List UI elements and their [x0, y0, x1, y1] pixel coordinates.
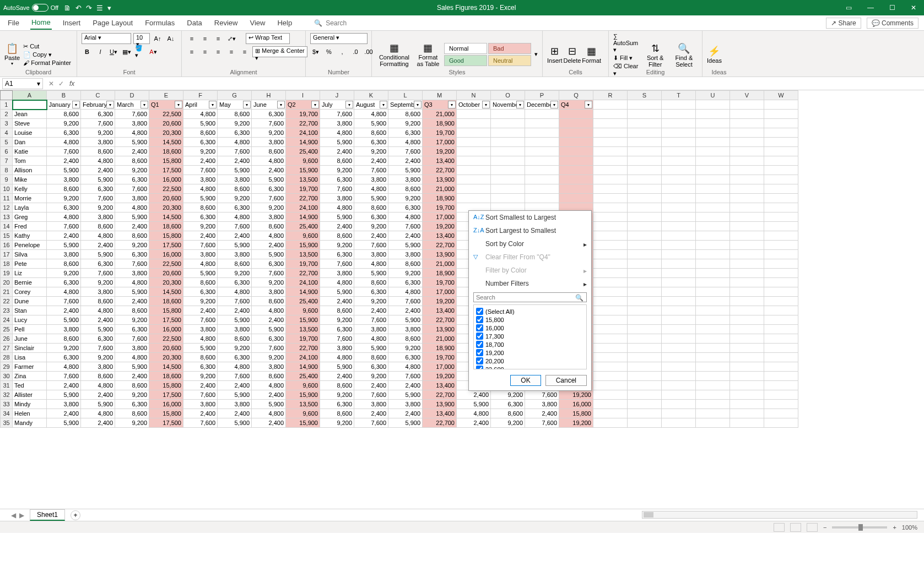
data-cell[interactable]: 7,600	[183, 390, 218, 400]
filter-button[interactable]: ▾	[311, 101, 319, 108]
data-cell[interactable]: 7,600	[354, 390, 388, 400]
cell[interactable]	[662, 409, 696, 418]
data-cell[interactable]: 8,600	[47, 184, 81, 194]
cell[interactable]	[764, 400, 798, 409]
cell[interactable]	[730, 372, 764, 381]
data-cell[interactable]: 16,000	[559, 400, 593, 409]
sort-filter-button[interactable]: ⇅ Sort & Filter	[643, 42, 667, 68]
sort-ascending[interactable]: A↓Z Sort Smallest to Largest	[469, 211, 591, 224]
zoom-slider[interactable]	[832, 526, 887, 529]
data-cell[interactable]: 15,800	[149, 381, 183, 390]
data-cell[interactable]: 8,600	[252, 147, 286, 156]
font-name-select[interactable]: Arial ▾	[82, 33, 131, 44]
data-cell[interactable]: 9,200	[115, 241, 149, 250]
data-cell[interactable]: 4,800	[81, 306, 115, 315]
data-cell[interactable]: 3,800	[388, 175, 423, 184]
cell[interactable]	[764, 418, 798, 428]
data-cell[interactable]: 6,300	[81, 334, 115, 344]
cell[interactable]	[662, 418, 696, 428]
cell[interactable]	[662, 213, 696, 222]
data-cell[interactable]	[457, 184, 491, 194]
data-cell[interactable]: 4,800	[354, 334, 388, 344]
data-cell[interactable]: 19,200	[423, 147, 457, 156]
cell[interactable]	[628, 128, 662, 138]
row-header-2[interactable]: 2	[1, 110, 13, 119]
data-cell[interactable]: 5,900	[388, 315, 423, 325]
cell[interactable]	[730, 241, 764, 250]
cell[interactable]	[764, 315, 798, 325]
data-cell[interactable]: 13,400	[423, 409, 457, 418]
data-cell[interactable]: 18,600	[149, 222, 183, 231]
data-cell[interactable]: 4,800	[388, 287, 423, 297]
cell[interactable]	[764, 344, 798, 353]
data-cell[interactable]: 16,000	[149, 175, 183, 184]
cell[interactable]	[593, 278, 628, 287]
number-format-select[interactable]: General ▾	[310, 33, 368, 44]
data-cell[interactable]	[491, 175, 525, 184]
row-header-31[interactable]: 31	[1, 381, 13, 390]
data-cell[interactable]	[491, 138, 525, 147]
data-cell[interactable]: 3,800	[218, 325, 252, 334]
data-cell[interactable]: 6,300	[218, 278, 252, 287]
data-cell[interactable]: 2,400	[183, 381, 218, 390]
name-cell[interactable]: Penelope	[13, 241, 47, 250]
cell[interactable]	[593, 147, 628, 156]
cell[interactable]	[730, 128, 764, 138]
data-cell[interactable]: 8,600	[81, 372, 115, 381]
data-cell[interactable]: 9,200	[320, 390, 354, 400]
data-cell[interactable]: 5,900	[115, 138, 149, 147]
cell[interactable]	[696, 241, 730, 250]
data-cell[interactable]: 7,600	[115, 110, 149, 119]
data-cell[interactable]: 21,000	[423, 259, 457, 269]
data-cell[interactable]: 3,800	[388, 325, 423, 334]
align-top-icon[interactable]: ≡	[186, 33, 197, 44]
cell[interactable]	[662, 381, 696, 390]
cell[interactable]	[662, 306, 696, 315]
data-cell[interactable]: 22,700	[286, 269, 320, 278]
data-cell[interactable]: 8,600	[252, 372, 286, 381]
data-cell[interactable]: 4,800	[47, 362, 81, 372]
row-header-16[interactable]: 16	[1, 241, 13, 250]
data-cell[interactable]: 2,400	[115, 222, 149, 231]
name-cell[interactable]: Helen	[13, 409, 47, 418]
data-cell[interactable]: 4,800	[115, 278, 149, 287]
cell[interactable]	[628, 138, 662, 147]
data-cell[interactable]	[491, 156, 525, 166]
cell[interactable]	[628, 325, 662, 334]
data-cell[interactable]: 5,900	[354, 194, 388, 203]
data-cell[interactable]: 9,200	[115, 166, 149, 175]
data-cell[interactable]: 4,800	[115, 203, 149, 213]
data-cell[interactable]: 17,000	[423, 138, 457, 147]
data-cell[interactable]: 22,500	[149, 259, 183, 269]
chevron-down-icon[interactable]: ▾	[4, 61, 20, 66]
sort-by-color[interactable]: Sort by Color▸	[469, 237, 591, 250]
data-cell[interactable]: 9,200	[388, 344, 423, 353]
cell[interactable]	[764, 353, 798, 362]
undo-icon[interactable]: ↶	[75, 4, 82, 12]
cell[interactable]	[662, 287, 696, 297]
data-cell[interactable]: 2,400	[354, 409, 388, 418]
header-cell[interactable]: Q1▾	[149, 100, 183, 110]
data-cell[interactable]: 9,200	[320, 315, 354, 325]
data-cell[interactable]: 17,500	[149, 241, 183, 250]
data-cell[interactable]: 8,600	[115, 306, 149, 315]
menu-tab-data[interactable]: Data	[186, 17, 203, 29]
cell[interactable]	[662, 353, 696, 362]
data-cell[interactable]: 9,200	[81, 203, 115, 213]
cell[interactable]	[764, 203, 798, 213]
percent-icon[interactable]: %	[323, 46, 334, 57]
cell[interactable]	[662, 259, 696, 269]
data-cell[interactable]: 20,300	[149, 353, 183, 362]
data-cell[interactable]: 6,300	[47, 128, 81, 138]
find-select-button[interactable]: 🔍 Find & Select	[671, 42, 698, 68]
cell[interactable]	[696, 203, 730, 213]
filter-value-check[interactable]: 18,700	[476, 340, 584, 348]
name-cell[interactable]: Jean	[13, 110, 47, 119]
data-cell[interactable]: 9,200	[183, 297, 218, 306]
data-cell[interactable]: 7,600	[354, 315, 388, 325]
data-cell[interactable]: 9,200	[115, 418, 149, 428]
data-cell[interactable]: 6,300	[218, 353, 252, 362]
redo-icon[interactable]: ↷	[86, 4, 92, 12]
data-cell[interactable]: 6,300	[115, 175, 149, 184]
data-cell[interactable]: 3,800	[183, 175, 218, 184]
